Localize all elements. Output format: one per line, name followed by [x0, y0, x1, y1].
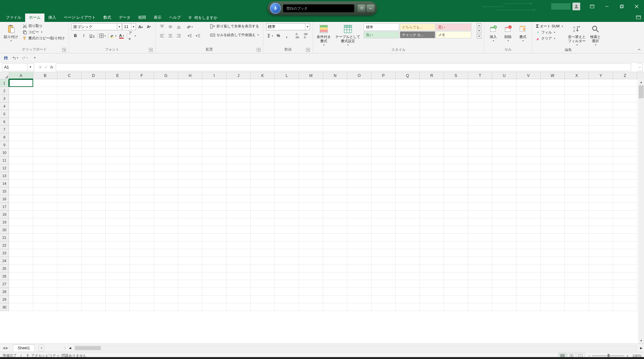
row-header-17[interactable]: 17	[0, 203, 9, 211]
cell-N16[interactable]	[323, 195, 347, 203]
cell-N18[interactable]	[323, 211, 347, 218]
cell-K6[interactable]	[251, 118, 275, 126]
row-header-16[interactable]: 16	[0, 195, 9, 203]
cell-C16[interactable]	[57, 195, 82, 203]
cell-L4[interactable]	[275, 102, 299, 110]
cell-Y21[interactable]	[589, 234, 613, 241]
cell-M10[interactable]	[299, 149, 323, 156]
cell-K10[interactable]	[251, 149, 275, 156]
cell-D9[interactable]	[82, 141, 106, 149]
cell-B5[interactable]	[33, 110, 57, 118]
cell-D16[interactable]	[82, 195, 106, 203]
cell-M9[interactable]	[299, 141, 323, 149]
cell-styles-gallery[interactable]: 標準 どちらでも... 悪い 良い チェック セ... メモ	[363, 23, 476, 39]
cell-K27[interactable]	[251, 280, 275, 288]
cell-V12[interactable]	[516, 164, 541, 172]
cell-L18[interactable]	[275, 211, 299, 218]
cell-I24[interactable]	[202, 257, 226, 265]
cell-T23[interactable]	[468, 249, 492, 257]
cell-J6[interactable]	[226, 118, 251, 126]
cell-F1[interactable]	[130, 79, 154, 87]
cell-T6[interactable]	[468, 118, 492, 126]
cell-O1[interactable]	[347, 79, 371, 87]
cell-W27[interactable]	[541, 280, 565, 288]
cell-O16[interactable]	[347, 195, 371, 203]
cell-P14[interactable]	[371, 180, 396, 187]
row-header-11[interactable]: 11	[0, 156, 9, 164]
customize-qat[interactable]: ▼	[32, 55, 38, 61]
cell-C13[interactable]	[57, 172, 82, 180]
cell-K30[interactable]	[251, 303, 275, 311]
cell-R2[interactable]	[420, 87, 444, 95]
cell-N23[interactable]	[323, 249, 347, 257]
cell-D6[interactable]	[82, 118, 106, 126]
cell-L2[interactable]	[275, 87, 299, 95]
cell-C27[interactable]	[57, 280, 82, 288]
collapse-ribbon-button[interactable]	[637, 47, 641, 52]
cell-A14[interactable]	[9, 180, 33, 187]
cell-P4[interactable]	[371, 102, 396, 110]
cell-D5[interactable]	[82, 110, 106, 118]
wrap-text-button[interactable]: 折り返して全体を表示する	[209, 23, 261, 29]
cut-button[interactable]: 切り取り	[21, 23, 66, 29]
cell-Y1[interactable]	[589, 79, 613, 87]
cell-S27[interactable]	[444, 280, 468, 288]
cell-Q1[interactable]	[396, 79, 420, 87]
cell-G3[interactable]	[154, 95, 178, 102]
cell-W16[interactable]	[541, 195, 565, 203]
comma-format[interactable]: ,	[283, 32, 291, 39]
cell-U26[interactable]	[492, 272, 516, 280]
cell-P6[interactable]	[371, 118, 396, 126]
cell-Y6[interactable]	[589, 118, 613, 126]
cell-A30[interactable]	[9, 303, 33, 311]
cell-X29[interactable]	[565, 296, 589, 303]
column-header-J[interactable]: J	[226, 72, 251, 79]
cell-R17[interactable]	[420, 203, 444, 211]
ribbon-display-options[interactable]	[585, 0, 600, 13]
cell-S17[interactable]	[444, 203, 468, 211]
cell-W19[interactable]	[541, 218, 565, 226]
cell-A24[interactable]	[9, 257, 33, 265]
cell-Y3[interactable]	[589, 95, 613, 102]
autosum-button[interactable]: Σオート SUM▼	[535, 23, 565, 29]
cell-S5[interactable]	[444, 110, 468, 118]
cell-H6[interactable]	[178, 118, 202, 126]
cell-P2[interactable]	[371, 87, 396, 95]
formula-input[interactable]	[56, 63, 631, 71]
borders-button[interactable]: ▼	[99, 32, 107, 39]
cell-X26[interactable]	[565, 272, 589, 280]
cell-Z7[interactable]	[613, 126, 637, 133]
cell-I23[interactable]	[202, 249, 226, 257]
cell-E12[interactable]	[106, 164, 130, 172]
cell-O24[interactable]	[347, 257, 371, 265]
cell-G22[interactable]	[154, 241, 178, 249]
cell-I19[interactable]	[202, 218, 226, 226]
cell-Z18[interactable]	[613, 211, 637, 218]
cell-K18[interactable]	[251, 211, 275, 218]
align-middle[interactable]	[167, 23, 174, 30]
cell-U9[interactable]	[492, 141, 516, 149]
cell-K7[interactable]	[251, 126, 275, 133]
cell-D30[interactable]	[82, 303, 106, 311]
cell-E4[interactable]	[106, 102, 130, 110]
cell-G9[interactable]	[154, 141, 178, 149]
cell-S13[interactable]	[444, 172, 468, 180]
cell-B16[interactable]	[33, 195, 57, 203]
fill-color-button[interactable]: ▼	[110, 32, 117, 39]
cell-G14[interactable]	[154, 180, 178, 187]
cell-U14[interactable]	[492, 180, 516, 187]
cell-C1[interactable]	[57, 79, 82, 87]
cell-E1[interactable]	[106, 79, 130, 87]
cell-E21[interactable]	[106, 234, 130, 241]
cell-G26[interactable]	[154, 272, 178, 280]
cell-H10[interactable]	[178, 149, 202, 156]
cell-C8[interactable]	[57, 133, 82, 141]
cell-W1[interactable]	[541, 79, 565, 87]
cell-S8[interactable]	[444, 133, 468, 141]
decrease-font-size[interactable]: A▾	[145, 23, 153, 30]
cell-E18[interactable]	[106, 211, 130, 218]
cell-Q29[interactable]	[396, 296, 420, 303]
user-avatar[interactable]	[572, 3, 580, 10]
cell-N4[interactable]	[323, 102, 347, 110]
cell-X8[interactable]	[565, 133, 589, 141]
